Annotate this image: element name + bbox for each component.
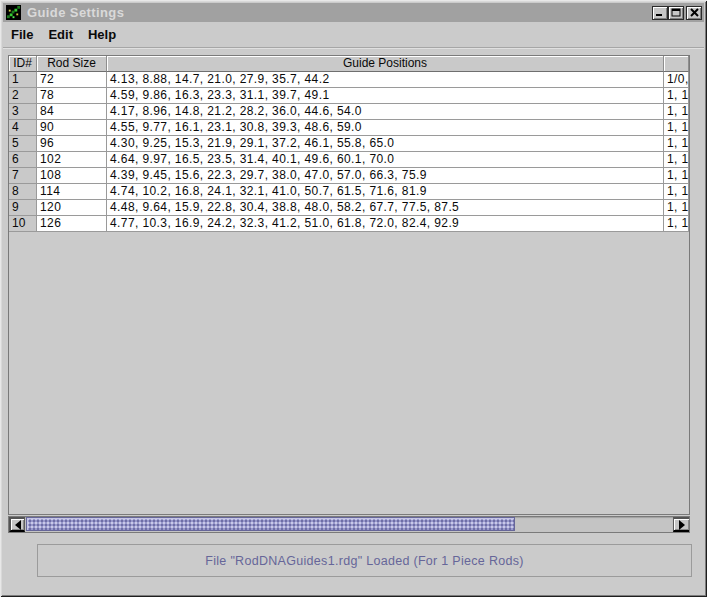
cell-id[interactable]: 3 bbox=[9, 104, 37, 120]
cell-extra[interactable]: 1, 1 bbox=[664, 184, 689, 200]
scroll-left-arrow-icon bbox=[15, 520, 21, 530]
cell-id[interactable]: 10 bbox=[9, 216, 37, 232]
table-body: 1724.13, 8.88, 14.7, 21.0, 27.9, 35.7, 4… bbox=[9, 72, 689, 232]
cell-rod-size[interactable]: 72 bbox=[37, 72, 107, 88]
scroll-right-arrow-icon bbox=[679, 520, 685, 530]
cell-guide-positions[interactable]: 4.17, 8.96, 14.8, 21.2, 28.2, 36.0, 44.6… bbox=[107, 104, 664, 120]
table-header: ID# Rod Size Guide Positions bbox=[9, 56, 689, 72]
table-row[interactable]: 91204.48, 9.64, 15.9, 22.8, 30.4, 38.8, … bbox=[9, 200, 689, 216]
cell-id[interactable]: 4 bbox=[9, 120, 37, 136]
status-text: File "RodDNAGuides1.rdg" Loaded (For 1 P… bbox=[205, 554, 523, 568]
scrollbar-thumb[interactable] bbox=[26, 517, 515, 531]
cell-guide-positions[interactable]: 4.48, 9.64, 15.9, 22.8, 30.4, 38.8, 48.0… bbox=[107, 200, 664, 216]
status-bar: File "RodDNAGuides1.rdg" Loaded (For 1 P… bbox=[37, 544, 692, 577]
cell-rod-size[interactable]: 102 bbox=[37, 152, 107, 168]
cell-guide-positions[interactable]: 4.13, 8.88, 14.7, 21.0, 27.9, 35.7, 44.2 bbox=[107, 72, 664, 88]
scroll-right-button[interactable] bbox=[673, 517, 689, 532]
window-controls bbox=[652, 6, 702, 20]
table-row[interactable]: 81144.74, 10.2, 16.8, 24.1, 32.1, 41.0, … bbox=[9, 184, 689, 200]
cell-extra[interactable]: 1, 1 bbox=[664, 120, 689, 136]
maximize-button[interactable] bbox=[668, 6, 684, 20]
scroll-left-button[interactable] bbox=[9, 517, 25, 532]
table-viewport: ID# Rod Size Guide Positions 1724.13, 8.… bbox=[8, 55, 690, 515]
cell-rod-size[interactable]: 108 bbox=[37, 168, 107, 184]
table-row[interactable]: 71084.39, 9.45, 15.6, 22.3, 29.7, 38.0, … bbox=[9, 168, 689, 184]
cell-id[interactable]: 1 bbox=[9, 72, 37, 88]
header-rod-size[interactable]: Rod Size bbox=[37, 56, 107, 72]
cell-extra[interactable]: 1, 1 bbox=[664, 136, 689, 152]
cell-rod-size[interactable]: 96 bbox=[37, 136, 107, 152]
cell-rod-size[interactable]: 114 bbox=[37, 184, 107, 200]
header-extra[interactable] bbox=[664, 56, 689, 72]
table-row[interactable]: 61024.64, 9.97, 16.5, 23.5, 31.4, 40.1, … bbox=[9, 152, 689, 168]
close-icon bbox=[690, 8, 699, 17]
cell-id[interactable]: 2 bbox=[9, 88, 37, 104]
titlebar[interactable]: Guide Settings bbox=[3, 3, 704, 22]
cell-guide-positions[interactable]: 4.64, 9.97, 16.5, 23.5, 31.4, 40.1, 49.6… bbox=[107, 152, 664, 168]
cell-extra[interactable]: 1, 1 bbox=[664, 216, 689, 232]
cell-rod-size[interactable]: 120 bbox=[37, 200, 107, 216]
menubar: File Edit Help bbox=[3, 22, 704, 48]
cell-extra[interactable]: 1/0, bbox=[664, 72, 689, 88]
table-row[interactable]: 101264.77, 10.3, 16.9, 24.2, 32.3, 41.2,… bbox=[9, 216, 689, 232]
cell-guide-positions[interactable]: 4.74, 10.2, 16.8, 24.1, 32.1, 41.0, 50.7… bbox=[107, 184, 664, 200]
guide-table: ID# Rod Size Guide Positions 1724.13, 8.… bbox=[9, 56, 689, 232]
table-row[interactable]: 2784.59, 9.86, 16.3, 23.3, 31.1, 39.7, 4… bbox=[9, 88, 689, 104]
table-row[interactable]: 4904.55, 9.77, 16.1, 23.1, 30.8, 39.3, 4… bbox=[9, 120, 689, 136]
minimize-button[interactable] bbox=[652, 6, 668, 20]
cell-rod-size[interactable]: 84 bbox=[37, 104, 107, 120]
cell-rod-size[interactable]: 126 bbox=[37, 216, 107, 232]
header-guide-positions[interactable]: Guide Positions bbox=[107, 56, 664, 72]
table-row[interactable]: 1724.13, 8.88, 14.7, 21.0, 27.9, 35.7, 4… bbox=[9, 72, 689, 88]
cell-id[interactable]: 9 bbox=[9, 200, 37, 216]
cell-extra[interactable]: 1, 1 bbox=[664, 200, 689, 216]
cell-guide-positions[interactable]: 4.77, 10.3, 16.9, 24.2, 32.3, 41.2, 51.0… bbox=[107, 216, 664, 232]
cell-id[interactable]: 8 bbox=[9, 184, 37, 200]
cell-id[interactable]: 6 bbox=[9, 152, 37, 168]
cell-extra[interactable]: 1, 1 bbox=[664, 168, 689, 184]
menu-file[interactable]: File bbox=[4, 24, 40, 45]
guide-settings-window: Guide Settings File Edit Help bbox=[0, 0, 707, 597]
cell-extra[interactable]: 1, 1 bbox=[664, 152, 689, 168]
cell-id[interactable]: 5 bbox=[9, 136, 37, 152]
cell-guide-positions[interactable]: 4.39, 9.45, 15.6, 22.3, 29.7, 38.0, 47.0… bbox=[107, 168, 664, 184]
cell-guide-positions[interactable]: 4.55, 9.77, 16.1, 23.1, 30.8, 39.3, 48.6… bbox=[107, 120, 664, 136]
cell-extra[interactable]: 1, 1 bbox=[664, 104, 689, 120]
cell-guide-positions[interactable]: 4.59, 9.86, 16.3, 23.3, 31.1, 39.7, 49.1 bbox=[107, 88, 664, 104]
header-id[interactable]: ID# bbox=[9, 56, 37, 72]
cell-id[interactable]: 7 bbox=[9, 168, 37, 184]
window-title: Guide Settings bbox=[27, 5, 124, 20]
app-icon bbox=[6, 5, 21, 20]
cell-rod-size[interactable]: 78 bbox=[37, 88, 107, 104]
cell-rod-size[interactable]: 90 bbox=[37, 120, 107, 136]
table-row[interactable]: 3844.17, 8.96, 14.8, 21.2, 28.2, 36.0, 4… bbox=[9, 104, 689, 120]
table-row[interactable]: 5964.30, 9.25, 15.3, 21.9, 29.1, 37.2, 4… bbox=[9, 136, 689, 152]
menu-edit[interactable]: Edit bbox=[41, 24, 80, 45]
cell-extra[interactable]: 1, 1 bbox=[664, 88, 689, 104]
minimize-icon bbox=[655, 8, 665, 17]
cell-guide-positions[interactable]: 4.30, 9.25, 15.3, 21.9, 29.1, 37.2, 46.1… bbox=[107, 136, 664, 152]
close-button[interactable] bbox=[686, 6, 702, 20]
menu-help[interactable]: Help bbox=[81, 24, 123, 45]
maximize-icon bbox=[671, 8, 682, 18]
horizontal-scrollbar[interactable] bbox=[8, 516, 690, 533]
scrollbar-track[interactable] bbox=[25, 517, 673, 532]
